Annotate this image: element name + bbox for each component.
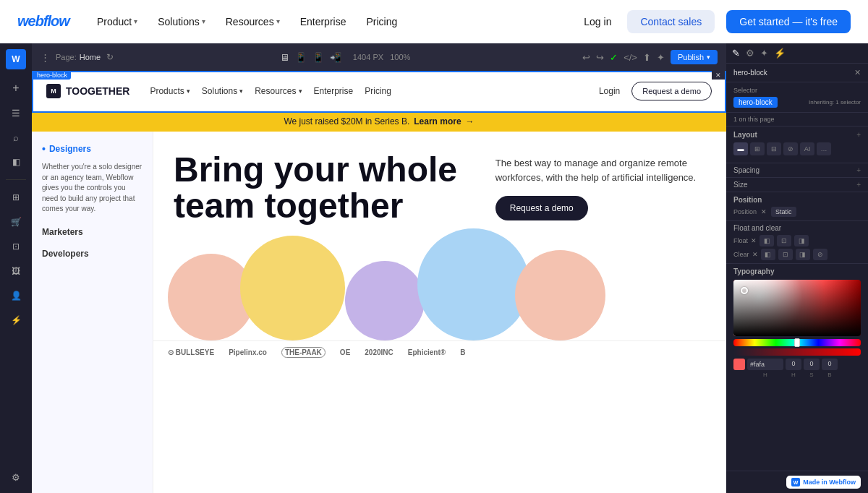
selector-label: Selector: [733, 87, 861, 94]
nav-item-product[interactable]: Product ▾: [90, 12, 145, 32]
display-inline-btn[interactable]: AI: [800, 142, 814, 155]
hero-title-wrap: Bring your whole team together: [174, 152, 478, 225]
float-btn-1[interactable]: ◧: [760, 235, 774, 246]
display-grid-btn[interactable]: ⊟: [767, 142, 781, 155]
float-btn-2[interactable]: ⊡: [777, 235, 791, 246]
inner-nav-resources[interactable]: Resources▾: [249, 83, 307, 99]
inner-logo-icon: M: [46, 84, 61, 98]
circle-5: [515, 250, 605, 340]
main-nav: webflow Product ▾ Solutions ▾ Resources …: [0, 0, 868, 43]
nav-item-enterprise[interactable]: Enterprise: [293, 12, 354, 32]
inner-nav-pricing[interactable]: Pricing: [359, 83, 397, 99]
clear-btn-2[interactable]: ⊡: [778, 249, 793, 260]
custom-code-icon[interactable]: ⚡: [774, 48, 786, 59]
color-picker-area[interactable]: [733, 280, 861, 336]
float-btn-3[interactable]: ◨: [794, 235, 809, 246]
settings-icon[interactable]: ⚙: [6, 467, 26, 487]
logic-icon[interactable]: ⚡: [6, 310, 26, 330]
h-value[interactable]: 0: [786, 359, 801, 370]
export-icon[interactable]: ⬆: [643, 52, 651, 63]
search-icon[interactable]: ⌕: [6, 127, 26, 147]
clear-btn-1[interactable]: ◧: [761, 249, 775, 260]
inner-nav-solutions[interactable]: Solutions▾: [196, 83, 249, 99]
nav-item-pricing[interactable]: Pricing: [359, 12, 404, 32]
users-icon[interactable]: 👤: [6, 286, 26, 306]
code-icon[interactable]: </>: [624, 52, 637, 63]
hero-description: The best way to manage and organize remo…: [495, 156, 706, 184]
s-value[interactable]: 0: [804, 359, 820, 370]
pages-icon[interactable]: ⊡: [6, 236, 26, 257]
opacity-slider[interactable]: [733, 348, 861, 356]
cms-icon[interactable]: ⊞: [6, 187, 26, 207]
hue-slider[interactable]: [733, 339, 861, 346]
navigator-icon[interactable]: ☰: [6, 103, 26, 123]
inner-nav-products[interactable]: Products▾: [144, 83, 195, 99]
display-more-btn[interactable]: …: [817, 142, 831, 155]
layout-header[interactable]: Layout +: [733, 131, 861, 139]
made-in-webflow-badge[interactable]: W Made in Webflow: [786, 476, 861, 489]
layers-icon[interactable]: ◧: [6, 152, 26, 172]
mobile-landscape-icon[interactable]: 📱: [312, 52, 324, 63]
gear-icon[interactable]: ⚙: [746, 48, 754, 59]
banner-link[interactable]: Learn more: [414, 116, 461, 127]
selector-value[interactable]: hero-block: [733, 97, 778, 108]
position-header[interactable]: Position: [733, 196, 861, 204]
clear-btn-4[interactable]: ⊘: [813, 249, 827, 260]
display-flex-btn[interactable]: ⊞: [750, 142, 765, 155]
desktop-icon[interactable]: 🖥: [280, 52, 289, 63]
contact-sales-button[interactable]: Contact sales: [627, 10, 715, 33]
ai-icon[interactable]: ✦: [657, 52, 665, 63]
canvas-wrap: ⋮ Page: Home ↻ 🖥 📱 📱 📲 1404 PX 100% ↩ ↪ …: [32, 43, 726, 493]
inner-login-button[interactable]: Login: [593, 83, 626, 99]
page-name[interactable]: Home: [80, 53, 101, 61]
hero-title: Bring your whole team together: [174, 152, 478, 225]
mobile-icon[interactable]: 📲: [330, 52, 341, 63]
typography-header[interactable]: Typography: [733, 267, 861, 275]
sidebar-developers-item[interactable]: Developers: [42, 246, 142, 261]
b-value[interactable]: 0: [822, 359, 838, 370]
chevron-icon: ▾: [239, 87, 243, 95]
publish-button[interactable]: Publish ▾: [671, 50, 718, 64]
logo-2020inc: 2020INC: [365, 348, 393, 356]
color-swatch[interactable]: [733, 359, 745, 370]
refresh-icon[interactable]: ↻: [106, 52, 114, 62]
webflow-logo[interactable]: webflow: [17, 13, 69, 30]
logo-bullseye: ⊙ BULLSEYE: [168, 348, 214, 356]
menu-icon[interactable]: ⋮: [41, 52, 50, 63]
spacing-toggle[interactable]: +: [856, 166, 861, 174]
inner-nav-enterprise[interactable]: Enterprise: [308, 83, 359, 99]
hero-cta-button[interactable]: Request a demo: [495, 196, 588, 220]
tablet-icon[interactable]: 📱: [295, 52, 307, 63]
redo-icon[interactable]: ↪: [596, 52, 604, 63]
sidebar-panel: • Designers Whether you're a solo design…: [32, 132, 153, 493]
made-in-webflow-text: Made in Webflow: [803, 479, 856, 486]
logo-b: B: [460, 348, 465, 356]
logo-oe: OE: [340, 348, 350, 356]
float-header[interactable]: Float and clear: [733, 224, 861, 232]
display-row: ▬ ⊞ ⊟ ⊘ AI …: [733, 142, 861, 155]
display-block-btn[interactable]: ▬: [733, 142, 748, 155]
nav-item-resources[interactable]: Resources ▾: [218, 12, 287, 32]
display-none-btn[interactable]: ⊘: [783, 142, 798, 155]
position-type-value[interactable]: Static: [771, 207, 796, 217]
inner-website-preview: hero-block ✕ M TOOGETHER Products▾ Solut…: [32, 71, 726, 493]
size-toggle[interactable]: +: [856, 181, 861, 189]
add-element-icon[interactable]: +: [6, 78, 26, 98]
hex-input[interactable]: [747, 359, 783, 370]
nav-item-solutions[interactable]: Solutions ▾: [150, 12, 213, 32]
interactions-icon[interactable]: ✦: [760, 48, 768, 59]
ecommerce-icon[interactable]: 🛒: [6, 212, 26, 232]
inner-logo[interactable]: M TOOGETHER: [46, 84, 129, 98]
element-close-icon[interactable]: ✕: [854, 68, 861, 77]
sidebar-marketers-item[interactable]: Marketers: [42, 225, 142, 239]
style-panel-icon[interactable]: ✎: [732, 48, 740, 59]
inner-logo-text: TOOGETHER: [66, 85, 129, 97]
inner-demo-button[interactable]: Request a demo: [631, 82, 712, 100]
login-button[interactable]: Log in: [574, 10, 621, 33]
get-started-button[interactable]: Get started — it's free: [726, 10, 851, 33]
assets-icon[interactable]: 🖼: [6, 261, 26, 281]
clear-btn-3[interactable]: ◨: [796, 249, 810, 260]
sidebar-designers-item[interactable]: • Designers: [42, 143, 142, 155]
bullet-icon: •: [42, 143, 46, 155]
undo-icon[interactable]: ↩: [582, 52, 590, 63]
